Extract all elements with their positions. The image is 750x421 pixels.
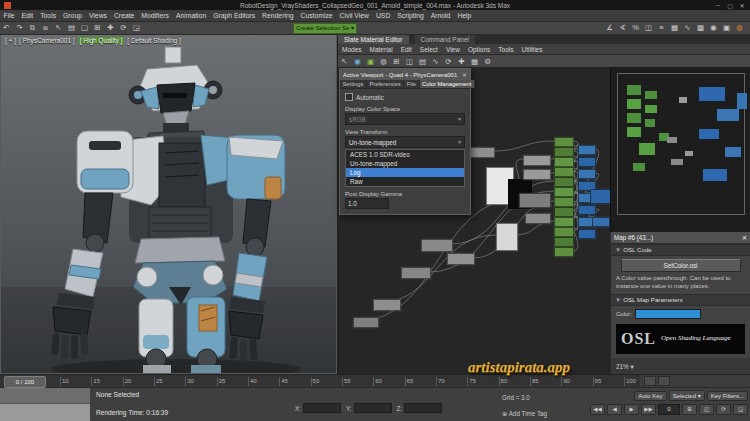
me-show-end-result-icon[interactable]: ◍ — [377, 57, 390, 67]
view-transform-option-raw[interactable]: Raw — [346, 177, 464, 186]
menu-animation[interactable]: Animation — [172, 12, 209, 19]
viewport-shading-label[interactable]: [ Default Shading ] — [127, 37, 180, 44]
graph-node[interactable] — [525, 213, 551, 224]
align-icon[interactable]: ≡ — [655, 23, 668, 33]
render-setup-icon[interactable]: ▣ — [720, 23, 733, 33]
menu-group[interactable]: Group — [60, 12, 86, 19]
graph-node[interactable] — [554, 157, 574, 167]
graph-node[interactable] — [554, 177, 574, 187]
curve-editor-icon[interactable]: ∿ — [681, 23, 694, 33]
snaps-toggle-icon[interactable]: ∡ — [603, 23, 616, 33]
unlink-selection-icon[interactable]: ⧈ — [39, 23, 52, 33]
me-menu-edit[interactable]: Edit — [397, 46, 416, 53]
graph-node[interactable] — [447, 253, 475, 265]
layer-manager-icon[interactable]: ▦ — [668, 23, 681, 33]
graph-node[interactable] — [578, 145, 596, 155]
graph-node[interactable] — [401, 267, 431, 279]
rollout-osl-code[interactable]: ▼OSL Code — [611, 244, 750, 256]
zoom-level-value[interactable]: 21% — [616, 363, 629, 370]
graph-node[interactable] — [554, 247, 574, 257]
navigator-panel[interactable] — [610, 67, 750, 232]
viewport-nav-button[interactable]: ⊞ — [682, 404, 697, 415]
window-control-button[interactable]: ▢ — [725, 2, 735, 9]
view-transform-option-un-tone-mapped[interactable]: Un-tone-mapped — [346, 159, 464, 168]
graph-node[interactable] — [578, 229, 596, 239]
graph-node[interactable] — [519, 193, 551, 208]
current-frame-field[interactable]: 0 — [658, 404, 680, 415]
tab-command-panel[interactable]: Command Panel — [415, 35, 475, 44]
post-display-gamma-field[interactable]: 1.0 — [345, 198, 389, 209]
transport-button[interactable]: ▶▶ — [641, 404, 656, 415]
graph-node[interactable] — [554, 187, 574, 197]
redo-icon[interactable]: ↷ — [13, 23, 26, 33]
me-show-map-icon[interactable]: ▣ — [364, 57, 377, 67]
menu-usd[interactable]: USD — [372, 12, 393, 19]
me-refresh-icon[interactable]: ⟳ — [442, 57, 455, 67]
add-time-tag[interactable]: ⊕ Add Time Tag — [502, 410, 547, 417]
graph-node[interactable] — [373, 299, 401, 311]
viewport-nav-button[interactable]: ◲ — [733, 404, 748, 415]
tab-slate-material-editor[interactable]: Slate Material Editor — [338, 35, 409, 44]
timeline-option-button[interactable] — [644, 376, 656, 386]
time-slider-handle[interactable]: 0 / 100 — [4, 376, 46, 388]
close-icon[interactable]: ✕ — [460, 72, 467, 78]
select-object-icon[interactable]: ↖ — [52, 23, 65, 33]
menu-civil-view[interactable]: Civil View — [336, 12, 372, 19]
me-menu-utilities[interactable]: Utilities — [518, 46, 547, 53]
menu-edit[interactable]: Edit — [18, 12, 37, 19]
viewport-quality-label[interactable]: [ High Quality ] — [78, 37, 125, 44]
camera-viewport[interactable]: [ + ] [ PhysCamera001 ] [ High Quality ]… — [0, 34, 337, 374]
window-control-button[interactable]: ─ — [713, 2, 723, 9]
undo-icon[interactable]: ↶ — [0, 23, 13, 33]
menu-scripting[interactable]: Scripting — [394, 12, 427, 19]
coord-z-field[interactable] — [404, 403, 442, 413]
display-color-space-dropdown[interactable]: sRGB ▾ — [345, 113, 465, 125]
named-selection-set-field[interactable]: Create Selection Se ▾ — [293, 23, 357, 34]
menu-customize[interactable]: Customize — [297, 12, 336, 19]
select-and-move-icon[interactable]: ✚ — [104, 23, 117, 33]
key-filters-button[interactable]: Key Filters... — [707, 391, 748, 401]
angle-snap-icon[interactable]: ∢ — [616, 23, 629, 33]
dialog-titlebar[interactable]: Active Viewport - Quad 4 - PhysCamera001… — [340, 69, 470, 80]
viewport-pov-label[interactable]: [ PhysCamera001 ] — [19, 37, 75, 44]
graph-node[interactable] — [578, 169, 596, 179]
mini-listener-macro-row[interactable] — [0, 388, 90, 404]
me-select-icon[interactable]: ↖ — [338, 57, 351, 67]
graph-node[interactable] — [554, 137, 574, 147]
me-menu-options[interactable]: Options — [464, 46, 494, 53]
viewport-nav-button[interactable]: ◰ — [699, 404, 714, 415]
coord-y-field[interactable] — [354, 403, 392, 413]
graph-node[interactable] — [496, 223, 518, 251]
menu-arnold[interactable]: Arnold — [427, 12, 454, 19]
graph-node[interactable] — [554, 207, 574, 217]
me-menu-select[interactable]: Select — [416, 46, 442, 53]
auto-key-button[interactable]: Auto Key — [634, 391, 666, 401]
graph-node[interactable] — [523, 155, 551, 166]
coord-x-field[interactable] — [303, 403, 341, 413]
graph-node[interactable] — [554, 147, 574, 157]
me-material-sphere-icon[interactable]: ◉ — [351, 57, 364, 67]
timeline-option-button[interactable] — [658, 376, 670, 386]
menu-rendering[interactable]: Rendering — [259, 12, 297, 19]
dialog-tab-file[interactable]: File — [404, 80, 419, 88]
me-curve-icon[interactable]: ∿ — [429, 57, 442, 67]
material-editor-icon[interactable]: ◉ — [707, 23, 720, 33]
dialog-tab-preferences[interactable]: Preferences — [367, 80, 404, 88]
me-menu-modes[interactable]: Modes — [338, 46, 366, 53]
me-grid-icon[interactable]: ▦ — [468, 57, 481, 67]
graph-node[interactable] — [554, 227, 574, 237]
menu-views[interactable]: Views — [85, 12, 110, 19]
menu-tools[interactable]: Tools — [37, 12, 60, 19]
osl-file-button[interactable]: SetColor.osl — [621, 259, 741, 272]
graph-node[interactable] — [523, 169, 551, 180]
mirror-icon[interactable]: ◫ — [642, 23, 655, 33]
schematic-view-icon[interactable]: ▩ — [694, 23, 707, 33]
me-layout-children-icon[interactable]: ◫ — [403, 57, 416, 67]
graph-node[interactable] — [554, 237, 574, 247]
me-menu-tools[interactable]: Tools — [494, 46, 517, 53]
window-close-button[interactable]: ✕ — [737, 2, 747, 9]
viewport-general-menu[interactable]: [ + ] — [5, 37, 16, 44]
graph-node[interactable] — [590, 189, 611, 204]
transport-button[interactable]: ◀ — [607, 404, 622, 415]
transport-button[interactable]: ▶ — [624, 404, 639, 415]
